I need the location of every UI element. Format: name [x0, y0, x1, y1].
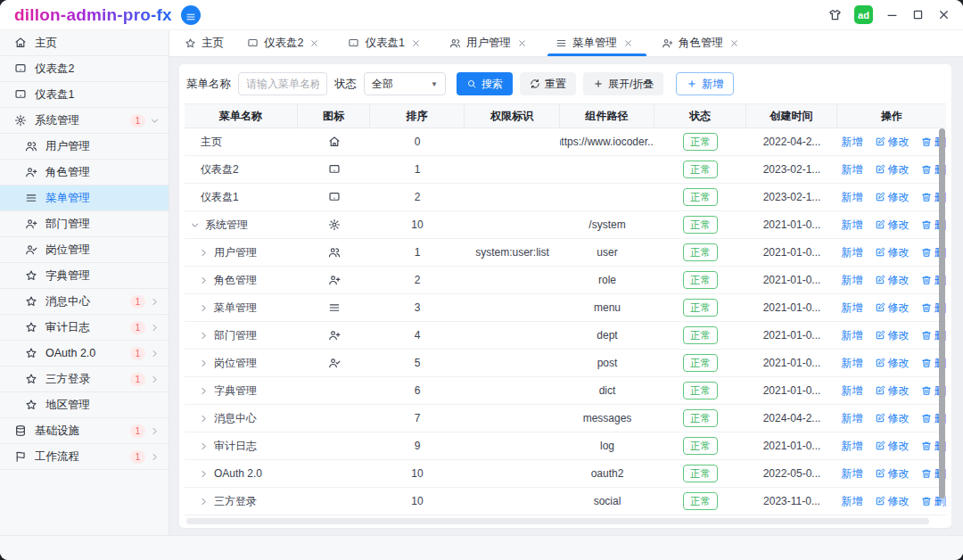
- sidebar-item[interactable]: 地区管理: [0, 392, 169, 418]
- row-add-link[interactable]: 新增: [837, 218, 863, 233]
- row-add-link[interactable]: 新增: [837, 383, 863, 399]
- row-edit-link[interactable]: 修改: [875, 135, 910, 150]
- sidebar-item[interactable]: 基础设施1: [0, 418, 169, 444]
- search-button[interactable]: 搜索: [457, 72, 513, 95]
- user-avatar[interactable]: ad: [854, 5, 873, 24]
- close-tab-icon[interactable]: [729, 38, 739, 48]
- sidebar-item[interactable]: 部门管理: [0, 211, 169, 237]
- cell-created-time: 2023-11-0...: [746, 488, 837, 515]
- sidebar-item[interactable]: 仪表盘2: [0, 56, 169, 82]
- cell-status: 正常: [654, 239, 746, 266]
- tab-菜单管理[interactable]: 菜单管理: [544, 30, 650, 56]
- vertical-scrollbar[interactable]: [939, 128, 945, 498]
- tab-仪表盘1[interactable]: 仪表盘1: [336, 30, 437, 56]
- tab-主页[interactable]: 主页: [173, 30, 235, 56]
- sidebar-item[interactable]: 审计日志1: [0, 315, 169, 341]
- theme-tshirt-icon[interactable]: [828, 8, 842, 21]
- tab-仪表盘2[interactable]: 仪表盘2: [235, 30, 336, 56]
- expand-toggle-icon[interactable]: [199, 248, 209, 258]
- sidebar-item[interactable]: 消息中心1: [0, 289, 169, 315]
- op-label: 新增: [842, 383, 863, 399]
- expand-toggle-icon[interactable]: [199, 497, 209, 506]
- close-tab-icon[interactable]: [309, 38, 319, 48]
- cell-sort: 1: [370, 156, 465, 183]
- close-tab-icon[interactable]: [623, 38, 633, 48]
- menu-name-input[interactable]: [238, 72, 327, 95]
- expand-collapse-button[interactable]: 展开/折叠: [583, 72, 663, 95]
- sidebar-item-label: 仪表盘1: [35, 87, 74, 103]
- row-edit-link[interactable]: 修改: [875, 218, 910, 233]
- row-edit-link[interactable]: 修改: [875, 494, 910, 509]
- row-add-link[interactable]: 新增: [837, 439, 863, 454]
- cell-actions: 新增修改删除: [837, 267, 946, 293]
- sidebar-item[interactable]: 菜单管理: [0, 185, 169, 211]
- sidebar-item[interactable]: 岗位管理: [0, 237, 169, 263]
- row-edit-link[interactable]: 修改: [875, 356, 910, 371]
- row-edit-link[interactable]: 修改: [875, 411, 910, 426]
- expand-toggle-icon[interactable]: [199, 441, 209, 451]
- monitor-icon: [328, 163, 341, 176]
- expand-toggle-icon[interactable]: [199, 414, 209, 424]
- expand-toggle-icon[interactable]: [199, 303, 209, 313]
- app-window: dillon-admin-pro-fx ad 主页仪表盘2仪表盘1系统管理1用户…: [0, 0, 963, 560]
- menu-icon: [25, 192, 37, 204]
- close-tab-icon[interactable]: [517, 38, 527, 48]
- row-edit-link[interactable]: 修改: [875, 439, 910, 454]
- sidebar-item[interactable]: 三方登录1: [0, 366, 169, 392]
- status-select[interactable]: 全部 ▼: [364, 72, 446, 95]
- cell-permission: [465, 460, 560, 487]
- sidebar-item[interactable]: 用户管理: [0, 134, 169, 160]
- expand-toggle-icon[interactable]: [199, 386, 209, 396]
- maximize-button[interactable]: [911, 8, 925, 21]
- users-icon: [25, 140, 37, 152]
- row-add-link[interactable]: 新增: [837, 494, 863, 509]
- close-window-button[interactable]: [937, 8, 951, 21]
- expand-toggle-icon[interactable]: [199, 469, 209, 479]
- row-add-link[interactable]: 新增: [837, 356, 863, 371]
- trash-icon: [921, 136, 932, 147]
- row-edit-link[interactable]: 修改: [875, 328, 910, 343]
- gear-icon: [14, 114, 27, 127]
- caret-down-icon: ▼: [431, 80, 438, 88]
- tab-用户管理[interactable]: 用户管理: [438, 30, 544, 56]
- sidebar-item[interactable]: 系统管理1: [0, 108, 169, 134]
- row-edit-link[interactable]: 修改: [875, 245, 910, 260]
- expand-toggle-icon[interactable]: [190, 220, 200, 230]
- sidebar-item[interactable]: 工作流程1: [0, 444, 169, 470]
- row-add-link[interactable]: 新增: [837, 301, 863, 316]
- sidebar-item[interactable]: 主页: [0, 30, 169, 56]
- horizontal-scrollbar[interactable]: [186, 518, 929, 524]
- reset-button[interactable]: 重置: [520, 72, 576, 95]
- tab-label: 菜单管理: [572, 36, 617, 51]
- cell-sort: 3: [370, 294, 465, 321]
- row-add-link[interactable]: 新增: [837, 466, 863, 482]
- tab-角色管理[interactable]: 角色管理: [650, 30, 756, 56]
- sidebar-item[interactable]: 仪表盘1: [0, 82, 169, 108]
- minimize-button[interactable]: [885, 8, 899, 21]
- row-edit-link[interactable]: 修改: [875, 273, 910, 288]
- sidebar-item[interactable]: 角色管理: [0, 160, 169, 185]
- row-add-link[interactable]: 新增: [837, 162, 863, 177]
- row-add-link[interactable]: 新增: [837, 273, 863, 288]
- row-edit-link[interactable]: 修改: [875, 383, 910, 399]
- row-edit-link[interactable]: 修改: [875, 466, 910, 482]
- row-add-link[interactable]: 新增: [837, 328, 863, 343]
- row-add-link[interactable]: 新增: [837, 411, 863, 426]
- expand-toggle-icon[interactable]: [199, 276, 209, 285]
- cell-sort: 7: [370, 405, 465, 432]
- sidebar-toggle-button[interactable]: [181, 5, 201, 25]
- row-edit-link[interactable]: 修改: [875, 162, 910, 177]
- expand-toggle-icon[interactable]: [199, 331, 209, 341]
- row-add-link[interactable]: 新增: [837, 190, 863, 205]
- row-edit-link[interactable]: 修改: [875, 301, 910, 316]
- sidebar-item[interactable]: OAuth 2.01: [0, 341, 169, 366]
- close-tab-icon[interactable]: [411, 38, 421, 48]
- add-button[interactable]: 新增: [676, 72, 734, 95]
- expand-toggle-icon[interactable]: [199, 358, 209, 368]
- row-add-link[interactable]: 新增: [837, 245, 863, 260]
- row-add-link[interactable]: 新增: [837, 135, 863, 150]
- row-edit-link[interactable]: 修改: [875, 190, 910, 205]
- sidebar-item[interactable]: 字典管理: [0, 263, 169, 289]
- monitor-icon: [328, 191, 341, 203]
- status-badge: 正常: [683, 188, 718, 206]
